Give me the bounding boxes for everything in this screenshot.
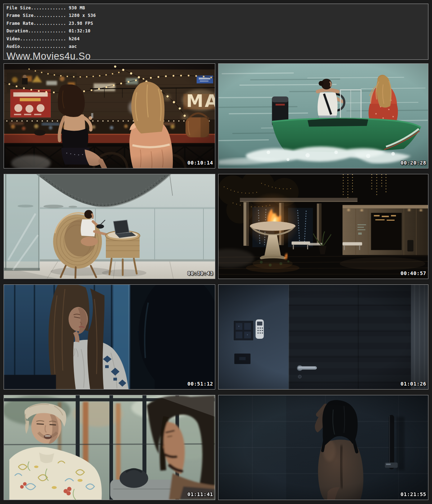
timestamp-badge: 01:11:41 bbox=[188, 491, 213, 497]
thumbnail-two-men: 01:11:41 bbox=[4, 395, 215, 500]
shower-image bbox=[219, 395, 428, 500]
frame-rate-line: Frame Rate............ 23.98 FPS bbox=[6, 21, 428, 28]
screenshot-grid: MA bbox=[4, 63, 428, 500]
thumbnail-blouse-woman: 00:51:12 bbox=[4, 284, 215, 390]
timestamp-badge: 00:40:57 bbox=[401, 270, 426, 276]
blouse-woman-image bbox=[4, 285, 215, 389]
timestamp-badge: 00:20:28 bbox=[401, 160, 426, 166]
media-info-box: File Size............. 930 MB Frame Size… bbox=[3, 4, 428, 60]
timestamp-badge: 01:21:55 bbox=[401, 491, 426, 497]
site-watermark: Www.Movies4u.So bbox=[6, 51, 428, 61]
timestamp-badge: 00:30:43 bbox=[188, 270, 213, 276]
screenshot-sheet: File Size............. 930 MB Frame Size… bbox=[0, 0, 432, 504]
night-market-image: MA bbox=[4, 64, 215, 168]
dark-door-image bbox=[219, 285, 428, 389]
timestamp-badge: 00:51:12 bbox=[188, 381, 213, 387]
audio-codec-line: Audio................. aac bbox=[6, 44, 428, 51]
thumbnail-shower: 01:21:55 bbox=[218, 395, 428, 500]
two-men-image bbox=[4, 395, 215, 500]
timestamp-badge: 01:01:26 bbox=[401, 381, 426, 387]
balcony-image bbox=[4, 174, 215, 279]
thumbnail-speedboat: 00:20:28 bbox=[218, 63, 428, 168]
thumbnail-balcony: 00:30:43 bbox=[4, 174, 215, 279]
thumbnail-courtyard: 00:40:57 bbox=[218, 174, 428, 279]
duration-line: Duration.............. 01:32:10 bbox=[6, 28, 428, 36]
video-codec-line: Video................. h264 bbox=[6, 36, 428, 44]
thumbnail-night-market: MA bbox=[4, 63, 215, 168]
timestamp-badge: 00:10:14 bbox=[188, 160, 213, 166]
file-size-line: File Size............. 930 MB bbox=[6, 5, 428, 13]
speedboat-image bbox=[219, 64, 428, 168]
courtyard-image bbox=[219, 174, 428, 279]
thumbnail-dark-door: 01:01:26 bbox=[218, 284, 428, 390]
frame-size-line: Frame Size............ 1280 x 536 bbox=[6, 13, 428, 21]
